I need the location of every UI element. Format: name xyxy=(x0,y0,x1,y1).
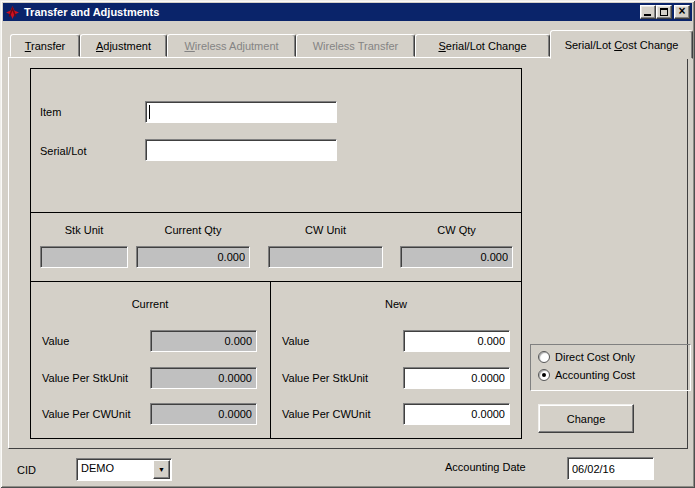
tab-wireless-adjutment: Wireless Adjutment xyxy=(167,34,296,57)
tab-serial-lot-cost-change[interactable]: Serial/Lot Cost Change xyxy=(550,30,693,59)
cw-qty-field xyxy=(400,246,513,268)
change-button[interactable]: Change xyxy=(538,404,634,433)
stk-unit-field xyxy=(40,246,128,268)
close-icon: × xyxy=(678,6,685,16)
window-title: Transfer and Adjustments xyxy=(24,6,159,18)
new-value-label: Value xyxy=(282,335,309,347)
current-value-field xyxy=(150,330,257,352)
current-section-title: Current xyxy=(30,298,270,310)
titlebar: Transfer and Adjustments × xyxy=(3,3,692,21)
cid-value: DEMO xyxy=(77,459,152,480)
minimize-icon xyxy=(644,14,651,16)
current-value-per-cwunit-field xyxy=(150,403,257,425)
direct-cost-only-label: Direct Cost Only xyxy=(555,351,635,363)
maximize-button[interactable] xyxy=(656,5,672,19)
tab-adjustment[interactable]: Adjustment xyxy=(80,34,167,57)
item-label: Item xyxy=(40,106,61,118)
accounting-cost-radio[interactable] xyxy=(538,369,550,381)
new-value-per-stkunit-label: Value Per StkUnit xyxy=(282,372,368,384)
tab-transfer[interactable]: Transfer xyxy=(10,34,80,57)
item-input[interactable] xyxy=(145,101,337,123)
new-value-per-cwunit-field[interactable] xyxy=(403,403,510,425)
cw-unit-header: CW Unit xyxy=(268,224,383,236)
cid-label: CID xyxy=(17,464,36,476)
cost-option-group: Direct Cost Only Accounting Cost xyxy=(530,344,691,391)
stk-unit-header: Stk Unit xyxy=(40,224,128,236)
current-value-label: Value xyxy=(42,335,69,347)
serial-lot-input[interactable] xyxy=(145,139,337,161)
serial-lot-label: Serial/Lot xyxy=(40,145,86,157)
new-value-per-cwunit-label: Value Per CWUnit xyxy=(282,408,370,420)
cw-qty-header: CW Qty xyxy=(400,224,513,236)
accounting-cost-label: Accounting Cost xyxy=(555,369,635,381)
new-section-title: New xyxy=(270,298,522,310)
current-value-per-stkunit-label: Value Per StkUnit xyxy=(42,372,128,384)
accounting-date-label: Accounting Date xyxy=(445,461,526,473)
new-value-field[interactable] xyxy=(403,330,510,352)
chevron-down-icon: ▼ xyxy=(158,466,165,473)
cid-dropdown-button[interactable]: ▼ xyxy=(153,460,170,479)
text-cursor xyxy=(149,105,150,119)
maximize-icon xyxy=(660,8,668,16)
current-value-per-stkunit-field xyxy=(150,367,257,389)
accounting-cost-option[interactable]: Accounting Cost xyxy=(538,368,635,382)
new-value-per-stkunit-field[interactable] xyxy=(403,367,510,389)
transfer-and-adjustments-window: Transfer and Adjustments × Transfer Adju… xyxy=(0,0,695,488)
current-value-per-cwunit-label: Value Per CWUnit xyxy=(42,408,130,420)
cid-combobox[interactable]: DEMO ▼ xyxy=(76,458,172,481)
minimize-button[interactable] xyxy=(640,5,656,19)
window-controls: × xyxy=(640,5,690,19)
accounting-date-input[interactable] xyxy=(567,457,654,480)
tab-wireless-transfer: Wireless Transfer xyxy=(296,34,415,57)
current-qty-header: Current Qty xyxy=(136,224,250,236)
app-logo-icon xyxy=(6,6,19,19)
current-qty-field xyxy=(136,246,250,268)
direct-cost-only-option[interactable]: Direct Cost Only xyxy=(538,350,635,364)
close-button[interactable]: × xyxy=(674,5,690,19)
tab-serial-lot-change[interactable]: Serial/Lot Change xyxy=(415,34,550,57)
direct-cost-only-radio[interactable] xyxy=(538,351,550,363)
cw-unit-field xyxy=(268,246,383,268)
